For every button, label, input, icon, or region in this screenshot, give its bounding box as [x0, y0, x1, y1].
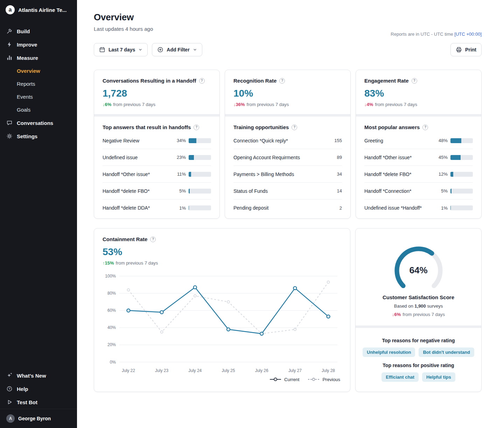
- page-head: Overview Last updates 4 hours ago Report…: [94, 12, 482, 32]
- list-item: Status of Funds 14: [233, 183, 342, 199]
- help-icon[interactable]: [150, 237, 156, 242]
- user-name: George Byron: [18, 416, 51, 421]
- answer-pct: 23%: [177, 155, 186, 160]
- list-item: Undefined issue 23%: [103, 149, 211, 166]
- toolbar: Last 7 days Add Filter Print: [94, 43, 482, 56]
- list-item: Handoff *Other issue* 45%: [364, 149, 473, 166]
- answer-pct: 48%: [439, 138, 448, 143]
- current-point: [160, 311, 163, 314]
- sidebar-item-goals[interactable]: Goals: [0, 103, 77, 116]
- card-title: Containment Rate: [103, 236, 147, 242]
- sidebar-item-events[interactable]: Events: [0, 90, 77, 103]
- help-icon[interactable]: [422, 125, 428, 130]
- list-item: Handoff *Connection* 5%: [364, 183, 473, 199]
- help-icon[interactable]: [292, 125, 297, 130]
- sidebar-item-overview[interactable]: Overview: [0, 64, 77, 77]
- date-range-filter-button[interactable]: Last 7 days: [94, 43, 148, 56]
- previous-point: [327, 281, 330, 283]
- progress-bar: [450, 205, 473, 210]
- topic-count: 14: [337, 188, 342, 194]
- list-item: Undefined issue *Handoff* 1%: [364, 199, 473, 216]
- previous-series-line: [128, 282, 328, 334]
- kpi-value: 10%: [233, 88, 342, 99]
- csat-survey-count: Based on 1,900 surveys: [364, 303, 473, 309]
- progress-bar: [189, 205, 211, 210]
- gear-icon: [6, 133, 13, 139]
- help-icon[interactable]: [412, 78, 417, 84]
- workspace-name: Atlantis Airline Te...: [18, 7, 66, 13]
- kpi-delta: ↓6% from previous 7 days: [103, 102, 211, 107]
- sidebar-item-whats-new[interactable]: What's New: [0, 369, 77, 382]
- avatar: A: [6, 414, 15, 423]
- chart-legend: Current Previous: [94, 376, 350, 388]
- divider: [225, 114, 350, 117]
- list-item: Negative Review 34%: [103, 132, 211, 149]
- negative-reasons-title: Top reasons for negative rating: [363, 338, 474, 343]
- current-point: [127, 309, 130, 312]
- main-content: Overview Last updates 4 hours ago Report…: [77, 0, 504, 428]
- answer-pct: 45%: [439, 155, 448, 160]
- printer-icon: [456, 47, 462, 53]
- add-filter-button[interactable]: Add Filter: [152, 43, 202, 56]
- previous-point: [294, 328, 296, 331]
- sidebar-item-test-bot[interactable]: Test Bot: [0, 395, 77, 409]
- kpi-cards-row: Conversations Resulting in a Handoff 1,7…: [94, 70, 482, 219]
- chevron-down-icon: [138, 48, 142, 52]
- sidebar-item-build[interactable]: Build: [0, 24, 77, 38]
- utc-offset-link[interactable]: [UTC +00:00]: [454, 31, 482, 37]
- add-filter-label: Add Filter: [167, 47, 189, 52]
- sidebar-item-help[interactable]: ? Help: [0, 382, 77, 395]
- workspace-switcher[interactable]: Atlantis Airline Te...: [0, 0, 77, 20]
- sidebar-nav: Build Improve Measure Overview Reports E…: [0, 20, 77, 143]
- sidebar-item-label: Improve: [17, 42, 37, 48]
- csat-title: Customer Satisfaction Score: [364, 294, 473, 300]
- utc-note: Reports are in UTC - UTC time [UTC +00:0…: [391, 31, 482, 37]
- progress-bar: [189, 189, 211, 194]
- sidebar-item-conversations[interactable]: Conversations: [0, 116, 77, 129]
- list-item: Opening Account Requirments 89: [233, 149, 342, 166]
- kpi-delta: ↑15% from previous 7 days: [103, 260, 342, 266]
- recognition-card: Recognition Rate 10% ↓36% from previous …: [225, 70, 351, 219]
- list-item: Handoff *delete FBO* 12%: [364, 166, 473, 183]
- topic-count: 34: [337, 171, 342, 177]
- progress-bar: [450, 189, 473, 194]
- topic-label: Status of Funds: [233, 188, 268, 194]
- legend-previous: Previous: [308, 377, 340, 382]
- list-item: Handoff *delete FBO* 5%: [103, 183, 211, 199]
- answer-pct: 12%: [439, 171, 448, 177]
- list-item: Handoff *delete DDA* 1%: [103, 199, 211, 216]
- help-icon[interactable]: [199, 78, 205, 84]
- kpi-delta: ↓36% from previous 7 days: [233, 102, 342, 107]
- divider: [356, 114, 481, 117]
- user-menu[interactable]: A George Byron: [0, 409, 77, 428]
- sidebar-item-settings[interactable]: Settings: [0, 129, 77, 143]
- y-tick-label: 20%: [107, 342, 116, 347]
- divider: [356, 325, 481, 328]
- list-item: Pending deposit 2: [233, 199, 342, 216]
- current-point: [194, 286, 197, 289]
- help-icon[interactable]: [194, 125, 199, 130]
- csat-card: 64% Customer Satisfaction Score Based on…: [355, 228, 482, 392]
- sidebar-item-improve[interactable]: Improve: [0, 38, 77, 51]
- topic-count: 2: [340, 205, 342, 211]
- sidebar-item-label: Measure: [17, 55, 38, 61]
- answer-label: Handoff *Other issue*: [364, 155, 412, 160]
- containment-chart-area: 0%20%40%60%80%100%July 22July 23July 24J…: [94, 268, 350, 376]
- containment-line-chart: 0%20%40%60%80%100%July 22July 23July 24J…: [103, 271, 342, 376]
- engagement-card: Engagement Rate 83% ↓4% from previous 7 …: [356, 70, 482, 219]
- sidebar: Atlantis Airline Te... Build Improve Mea…: [0, 0, 77, 428]
- positive-reasons-title: Top reasons for positive rating: [363, 363, 474, 368]
- sidebar-item-measure[interactable]: Measure: [0, 51, 77, 64]
- sidebar-item-label: Conversations: [17, 120, 53, 126]
- bar-chart-icon: [6, 55, 13, 61]
- answer-label: Greeting: [364, 138, 383, 143]
- legend-current: Current: [270, 377, 299, 382]
- sidebar-item-reports[interactable]: Reports: [0, 77, 77, 90]
- help-icon[interactable]: [279, 78, 285, 84]
- list-item: Payments > Billing Methods 34: [233, 166, 342, 183]
- help-circle-icon: ?: [6, 386, 13, 392]
- print-button[interactable]: Print: [450, 43, 482, 56]
- previous-point: [227, 301, 230, 303]
- topic-label: Opening Account Requirments: [233, 155, 300, 160]
- previous-point: [194, 295, 196, 297]
